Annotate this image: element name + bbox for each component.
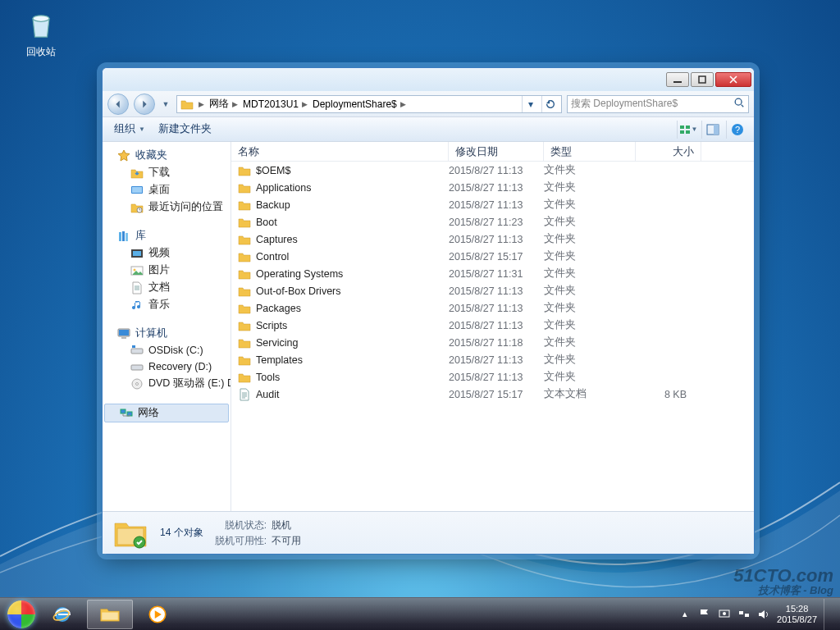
file-date: 2015/8/27 11:13 (449, 285, 544, 297)
sidebar-downloads[interactable]: 下载 (103, 164, 231, 181)
folder-icon (238, 199, 251, 212)
sidebar-libraries-header[interactable]: 库 (103, 227, 231, 244)
system-tray[interactable]: ▴ 15:282015/8/27 (678, 599, 835, 630)
sidebar-music[interactable]: 音乐 (103, 296, 231, 313)
svg-rect-4 (680, 126, 684, 129)
new-folder-button[interactable]: 新建文件夹 (153, 120, 217, 139)
svg-rect-17 (126, 233, 128, 241)
search-placeholder: 搜索 DeploymentShare$ (571, 97, 678, 111)
col-type[interactable]: 类型 (544, 142, 636, 161)
search-icon[interactable] (733, 97, 745, 111)
list-item[interactable]: Tools2015/8/27 11:13文件夹 (231, 368, 754, 386)
tray-show-hidden-icon[interactable]: ▴ (678, 608, 692, 621)
list-item[interactable]: $OEM$2015/8/27 11:13文件夹 (231, 162, 754, 179)
close-button[interactable] (715, 72, 751, 87)
help-button[interactable]: ? (726, 121, 747, 139)
search-box[interactable]: 搜索 DeploymentShare$ (567, 95, 749, 113)
watermark: 51CTO.com技术博客 - Blog (733, 567, 833, 596)
taskbar-ie[interactable] (39, 600, 85, 629)
svg-rect-40 (739, 611, 743, 614)
recycle-bin-label: 回收站 (16, 45, 66, 59)
music-icon (130, 299, 144, 312)
taskbar-wmp[interactable] (135, 600, 180, 629)
svg-point-21 (134, 268, 136, 271)
svg-rect-25 (131, 349, 143, 354)
list-item[interactable]: Out-of-Box Drivers2015/8/27 11:13文件夹 (231, 282, 754, 299)
list-item[interactable]: Backup2015/8/27 11:13文件夹 (231, 196, 754, 213)
nav-history-dropdown[interactable]: ▼ (160, 100, 171, 108)
list-item[interactable]: Packages2015/8/27 11:13文件夹 (231, 299, 754, 317)
file-list[interactable]: $OEM$2015/8/27 11:13文件夹Applications2015/… (231, 162, 754, 511)
folder-icon (238, 164, 251, 177)
file-type: 文件夹 (544, 284, 636, 298)
list-item[interactable]: Applications2015/8/27 11:13文件夹 (231, 179, 754, 196)
drive-icon (130, 360, 144, 373)
list-item[interactable]: Templates2015/8/27 11:13文件夹 (231, 351, 754, 368)
sidebar-documents[interactable]: 文档 (103, 279, 231, 296)
list-item[interactable]: Control2015/8/27 15:17文件夹 (231, 248, 754, 265)
address-dropdown[interactable]: ▾ (522, 96, 538, 112)
svg-rect-16 (122, 231, 125, 241)
folder-icon (238, 250, 251, 263)
tray-clock[interactable]: 15:282015/8/27 (777, 604, 817, 624)
status-meta: 脱机状态:脱机 脱机可用性:不可用 (215, 518, 301, 548)
file-name: Captures (256, 234, 298, 245)
file-date: 2015/8/27 11:31 (449, 268, 544, 280)
col-date[interactable]: 修改日期 (449, 142, 544, 161)
tray-flag-icon[interactable] (698, 608, 711, 621)
maximize-button[interactable] (691, 72, 714, 87)
pictures-icon (130, 264, 144, 277)
file-type: 文件夹 (544, 232, 636, 246)
sidebar-desktop[interactable]: 桌面 (103, 181, 231, 199)
file-date: 2015/8/27 15:17 (449, 389, 544, 400)
crumb-network[interactable]: 网络▶ (209, 97, 240, 111)
chevron-right-icon[interactable]: ▶ (197, 100, 206, 108)
sidebar-drive-d[interactable]: Recovery (D:) (103, 358, 231, 375)
forward-button[interactable] (134, 94, 155, 115)
file-type: 文件夹 (544, 353, 636, 367)
list-item[interactable]: Operating Systems2015/8/27 11:31文件夹 (231, 265, 754, 282)
sidebar-favorites-header[interactable]: 收藏夹 (103, 147, 231, 164)
sidebar-computer-header[interactable]: 计算机 (103, 325, 231, 342)
toolbar: 组织 ▼ 新建文件夹 ▼ ? (103, 117, 754, 142)
start-button[interactable] (5, 598, 38, 631)
svg-rect-27 (131, 365, 143, 370)
file-date: 2015/8/27 11:13 (449, 182, 544, 194)
file-type: 文本文档 (544, 387, 636, 401)
view-button[interactable]: ▼ (677, 121, 698, 139)
sidebar-network[interactable]: 网络 (104, 404, 229, 422)
list-item[interactable]: Audit2015/8/27 15:17文本文档8 KB (231, 386, 754, 403)
crumb-share[interactable]: DeploymentShare$▶ (313, 98, 408, 110)
list-item[interactable]: Captures2015/8/27 11:13文件夹 (231, 231, 754, 248)
sidebar-drive-c[interactable]: OSDisk (C:) (103, 342, 231, 358)
drive-icon (130, 344, 144, 357)
sidebar-pictures[interactable]: 图片 (103, 262, 231, 279)
taskbar[interactable]: ▴ 15:282015/8/27 (0, 597, 840, 630)
list-item[interactable]: Servicing2015/8/27 11:18文件夹 (231, 334, 754, 351)
sidebar-videos[interactable]: 视频 (103, 244, 231, 262)
tray-network-icon[interactable] (737, 608, 751, 621)
svg-rect-13 (132, 187, 142, 193)
back-button[interactable] (107, 94, 129, 115)
list-item[interactable]: Scripts2015/8/27 11:13文件夹 (231, 317, 754, 334)
tray-volume-icon[interactable] (757, 608, 770, 621)
crumb-host[interactable]: MDT2013U1▶ (243, 98, 309, 110)
list-item[interactable]: Boot2015/8/27 11:23文件夹 (231, 213, 754, 231)
address-bar[interactable]: ▶ 网络▶ MDT2013U1▶ DeploymentShare$▶ ▾ (176, 95, 562, 113)
preview-pane-button[interactable] (701, 121, 723, 139)
minimize-button[interactable] (666, 72, 689, 87)
taskbar-explorer[interactable] (87, 600, 133, 629)
sidebar-recent[interactable]: 最近访问的位置 (103, 199, 231, 216)
recycle-bin[interactable]: 回收站 (16, 8, 66, 59)
svg-rect-6 (686, 126, 690, 129)
sidebar-drive-e[interactable]: DVD 驱动器 (E:) DV (103, 375, 231, 392)
show-desktop-button[interactable] (824, 599, 830, 630)
col-name[interactable]: 名称 (231, 142, 449, 161)
tray-screen-icon[interactable] (718, 608, 731, 621)
col-size[interactable]: 大小 (636, 142, 701, 161)
refresh-button[interactable] (541, 96, 558, 112)
column-headers[interactable]: 名称 修改日期 类型 大小 (231, 142, 754, 162)
folder-icon (238, 285, 251, 298)
organize-button[interactable]: 组织 ▼ (109, 120, 150, 139)
titlebar[interactable] (103, 68, 754, 91)
